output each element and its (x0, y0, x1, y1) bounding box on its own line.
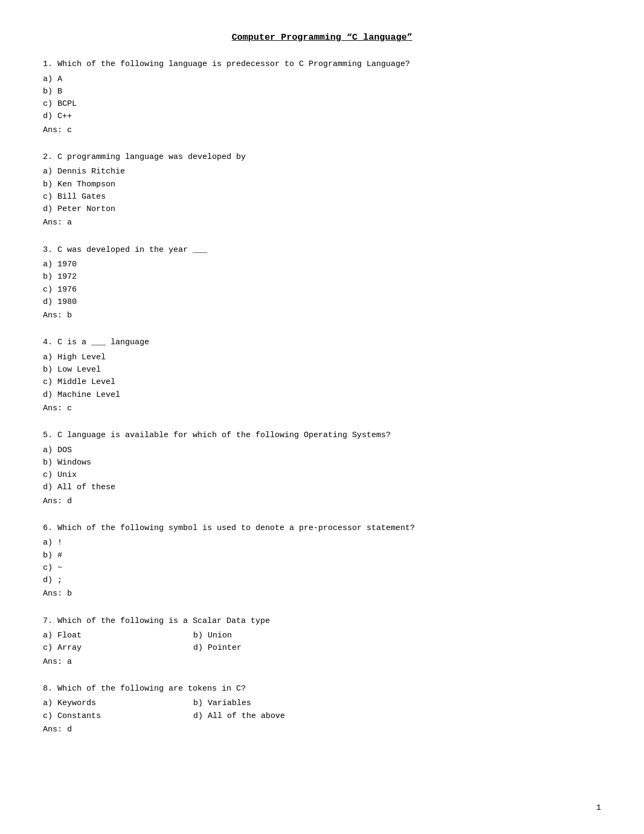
question-6: 6. Which of the following symbol is used… (43, 523, 601, 600)
q2-option-d: d) Peter Norton (43, 203, 601, 215)
question-3: 3. C was developed in the year ___ a) 19… (43, 244, 601, 322)
q8-answer: Ans: d (43, 723, 601, 736)
q8-text: 8. Which of the following are tokens in … (43, 683, 601, 695)
q4-text: 4. C is a ___ language (43, 337, 601, 349)
q6-option-b: b) # (43, 549, 601, 562)
q8-options-row2: c) Constants d) All of the above (43, 710, 601, 722)
q4-answer: Ans: c (43, 402, 601, 415)
question-5: 5. C language is available for which of … (43, 430, 601, 507)
question-4: 4. C is a ___ language a) High Level b) … (43, 337, 601, 415)
question-7: 7. Which of the following is a Scalar Da… (43, 615, 601, 668)
q5-option-a: a) DOS (43, 444, 601, 456)
q3-option-c: c) 1976 (43, 284, 601, 296)
q1-text: 1. Which of the following language is pr… (43, 59, 601, 71)
q7-option-a: a) Float (43, 629, 140, 642)
q2-option-c: c) Bill Gates (43, 191, 601, 203)
q6-option-a: a) ! (43, 536, 601, 549)
q5-option-b: b) Windows (43, 456, 601, 469)
q7-option-c: c) Array (43, 642, 140, 654)
q4-option-d: d) Machine Level (43, 389, 601, 401)
q1-option-a: a) A (43, 73, 601, 85)
q2-answer: Ans: a (43, 216, 601, 229)
q6-option-d: d) ; (43, 574, 601, 586)
page-title: Computer Programming “C language” (43, 32, 601, 42)
q1-option-d: d) C++ (43, 110, 601, 122)
q7-options-row1: a) Float b) Union (43, 629, 601, 642)
q5-option-d: d) All of these (43, 481, 601, 494)
page-number: 1 (596, 803, 601, 813)
q3-text: 3. C was developed in the year ___ (43, 244, 601, 257)
q7-answer: Ans: a (43, 656, 601, 668)
q7-text: 7. Which of the following is a Scalar Da… (43, 615, 601, 628)
question-2: 2. C programming language was developed … (43, 151, 601, 229)
q2-option-a: a) Dennis Ritchie (43, 165, 601, 178)
q4-option-c: c) Middle Level (43, 376, 601, 388)
q6-text: 6. Which of the following symbol is used… (43, 523, 601, 535)
q8-option-c: c) Constants (43, 710, 140, 722)
q2-text: 2. C programming language was developed … (43, 151, 601, 164)
question-8: 8. Which of the following are tokens in … (43, 683, 601, 736)
q5-option-c: c) Unix (43, 469, 601, 481)
q5-text: 5. C language is available for which of … (43, 430, 601, 442)
q8-option-d: d) All of the above (193, 710, 290, 722)
q6-answer: Ans: b (43, 588, 601, 600)
q3-option-a: a) 1970 (43, 258, 601, 271)
q4-option-a: a) High Level (43, 351, 601, 364)
q7-option-d: d) Pointer (193, 642, 290, 654)
q3-option-b: b) 1972 (43, 271, 601, 283)
questions-container: 1. Which of the following language is pr… (43, 59, 601, 736)
q7-option-b: b) Union (193, 629, 290, 642)
q4-option-b: b) Low Level (43, 364, 601, 376)
q8-option-a: a) Keywords (43, 697, 140, 709)
q1-option-b: b) B (43, 85, 601, 98)
q5-answer: Ans: d (43, 495, 601, 507)
q1-option-c: c) BCPL (43, 98, 601, 110)
q8-options-row1: a) Keywords b) Variables (43, 697, 601, 709)
q2-option-b: b) Ken Thompson (43, 178, 601, 191)
q6-option-c: c) ~ (43, 562, 601, 574)
q3-answer: Ans: b (43, 309, 601, 322)
q8-option-b: b) Variables (193, 697, 290, 709)
q1-answer: Ans: c (43, 124, 601, 136)
q3-option-d: d) 1980 (43, 296, 601, 308)
q7-options-row2: c) Array d) Pointer (43, 642, 601, 654)
question-1: 1. Which of the following language is pr… (43, 59, 601, 136)
